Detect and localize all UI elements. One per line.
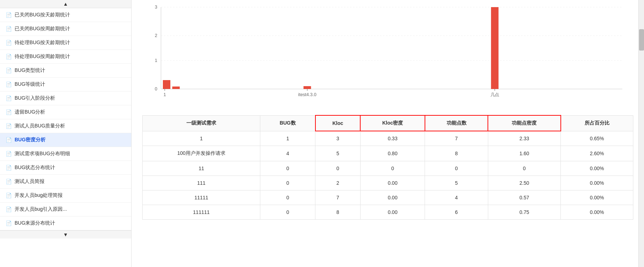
table-cell-func-points: 8: [425, 146, 488, 161]
sidebar-item-dev-bug-intro[interactable]: 📄开发人员bug引入原因...: [0, 203, 131, 216]
svg-rect-17: [303, 86, 311, 89]
doc-icon: 📄: [6, 95, 12, 101]
sidebar-scroll-down[interactable]: ▼: [0, 230, 131, 239]
table-cell-bug-count: 4: [260, 146, 315, 161]
table-cell-bug-count: 0: [260, 176, 315, 190]
sidebar-item-test-req-bug-detail[interactable]: 📄测试需求项BUG分布明细: [0, 147, 131, 161]
doc-icon: 📄: [6, 12, 12, 18]
sidebar-item-label: 已关闭BUG按天龄期统计: [15, 12, 70, 18]
bug-density-chart: 3 2 1 0 1 itest4.3.0 几点: [142, 4, 630, 103]
doc-icon: 📄: [6, 179, 12, 184]
svg-text:1: 1: [164, 92, 166, 97]
table-cell-kloc: 0: [315, 161, 361, 176]
th-func-density: 功能点密度: [488, 115, 561, 131]
sidebar-item-residual-bug[interactable]: 📄遗留BUG分析: [0, 105, 131, 119]
sidebar-item-bug-status-stats[interactable]: 📄BUG状态分布统计: [0, 161, 131, 175]
table-cell-req: 11111: [143, 190, 260, 205]
sidebar-item-label: 待处理BUG按周龄期统计: [15, 53, 70, 60]
table-cell-func-points: 4: [425, 190, 488, 205]
sidebar-items-list: 📄已关闭BUG按天龄期统计📄已关闭BUG按周龄期统计📄待处理BUG按天龄期统计📄…: [0, 8, 131, 230]
table-cell-func-density: 2.50: [488, 176, 561, 190]
th-req: 一级测试需求: [143, 115, 260, 131]
table-cell-func-points: 5: [425, 176, 488, 190]
table-row: 11111070.0040.570.00%: [143, 190, 633, 205]
doc-icon: 📄: [6, 220, 12, 226]
sidebar-item-pending-bug-by-week[interactable]: 📄待处理BUG按周龄期统计: [0, 50, 131, 64]
th-kloc-density: Kloc密度: [360, 115, 425, 131]
table-cell-req: 1: [143, 131, 260, 146]
sidebar-item-tester-brief[interactable]: 📄测试人员简报: [0, 175, 131, 189]
sidebar-item-label: BUG引入阶段分析: [15, 95, 55, 101]
sidebar-item-label: BUG等级统计: [15, 81, 45, 88]
sidebar-item-label: BUG状态分布统计: [15, 164, 55, 171]
table-cell-func-points: 0: [425, 161, 488, 176]
table-row: 11000000.00%: [143, 161, 633, 176]
table-cell-func-points: 7: [425, 131, 488, 146]
table-cell-func-density: 1.60: [488, 146, 561, 161]
sidebar-item-label: 开发人员bug处理简报: [15, 192, 63, 199]
doc-icon: 📄: [6, 109, 12, 115]
doc-icon: 📄: [6, 68, 12, 73]
table-cell-kloc: 2: [315, 176, 361, 190]
th-bug-count: BUG数: [260, 115, 315, 131]
right-scrollbar[interactable]: [638, 0, 644, 267]
table-cell-func-density: 0: [488, 161, 561, 176]
table-body: 1130.3372.330.65%100用户并发操作请求450.8081.602…: [143, 131, 633, 220]
doc-icon: 📄: [6, 82, 12, 87]
table-row: 100用户并发操作请求450.8081.602.60%: [143, 146, 633, 161]
sidebar-item-bug-intro-phase[interactable]: 📄BUG引入阶段分析: [0, 91, 131, 105]
table-cell-bug-count: 0: [260, 161, 315, 176]
sidebar-item-label: 已关闭BUG按周龄期统计: [15, 26, 70, 32]
table-cell-func-density: 2.33: [488, 131, 561, 146]
table-cell-percent: 0.00%: [561, 190, 633, 205]
sidebar: ▲ 📄已关闭BUG按天龄期统计📄已关闭BUG按周龄期统计📄待处理BUG按天龄期统…: [0, 0, 132, 267]
sidebar-item-pending-bug-by-age[interactable]: 📄待处理BUG按天龄期统计: [0, 36, 131, 50]
sidebar-item-tester-bug-quality[interactable]: 📄测试人员BUG质量分析: [0, 119, 131, 133]
svg-text:itest4.3.0: itest4.3.0: [298, 92, 316, 97]
sidebar-scroll-up[interactable]: ▲: [0, 0, 131, 8]
sidebar-item-label: 测试人员BUG质量分析: [15, 123, 65, 129]
sidebar-item-bug-level-stats[interactable]: 📄BUG等级统计: [0, 78, 131, 91]
svg-text:0: 0: [155, 87, 157, 91]
table-row: 111020.0052.500.00%: [143, 176, 633, 190]
table-cell-req: 100用户并发操作请求: [143, 146, 260, 161]
right-scrollbar-thumb[interactable]: [639, 29, 644, 51]
table-row: 1130.3372.330.65%: [143, 131, 633, 146]
svg-text:几点: 几点: [490, 92, 499, 97]
sidebar-item-closed-bug-by-week[interactable]: 📄已关闭BUG按周龄期统计: [0, 22, 131, 36]
bug-density-table: 一级测试需求BUG数KlocKloc密度功能点数功能点密度所占百分比 1130.…: [142, 115, 633, 220]
table-cell-kloc-density: 0: [360, 161, 425, 176]
th-kloc: Kloc: [315, 115, 361, 131]
th-percent: 所占百分比: [561, 115, 633, 131]
sidebar-item-closed-bug-by-age[interactable]: 📄已关闭BUG按天龄期统计: [0, 8, 131, 22]
svg-text:1: 1: [155, 58, 157, 63]
main-content: 3 2 1 0 1 itest4.3.0 几点: [132, 0, 644, 267]
table-row: 111111080.0060.750.00%: [143, 205, 633, 220]
table-cell-kloc-density: 0.80: [360, 146, 425, 161]
doc-icon: 📄: [6, 40, 12, 46]
table-header-row: 一级测试需求BUG数KlocKloc密度功能点数功能点密度所占百分比: [143, 115, 633, 131]
sidebar-item-label: 开发人员bug引入原因...: [15, 206, 67, 213]
sidebar-item-bug-type-stats[interactable]: 📄BUG类型统计: [0, 64, 131, 78]
table-cell-kloc: 5: [315, 146, 361, 161]
sidebar-item-label: BUG密度分析: [15, 137, 46, 143]
table-cell-percent: 0.00%: [561, 176, 633, 190]
table-cell-kloc: 3: [315, 131, 361, 146]
svg-rect-15: [163, 80, 170, 89]
doc-icon: 📄: [6, 193, 12, 198]
doc-icon: 📄: [6, 151, 12, 157]
table-cell-req: 111111: [143, 205, 260, 220]
sidebar-item-dev-bug-brief[interactable]: 📄开发人员bug处理简报: [0, 189, 131, 203]
table-cell-req: 11: [143, 161, 260, 176]
doc-icon: 📄: [6, 26, 12, 32]
table-cell-bug-count: 0: [260, 190, 315, 205]
sidebar-item-bug-source-stats[interactable]: 📄BUG来源分布统计: [0, 216, 131, 230]
sidebar-item-bug-density[interactable]: 📄BUG密度分析: [0, 133, 131, 147]
table-cell-func-density: 0.75: [488, 205, 561, 220]
sidebar-item-label: 测试需求项BUG分布明细: [15, 151, 70, 157]
doc-icon: 📄: [6, 123, 12, 129]
table-cell-kloc-density: 0.00: [360, 176, 425, 190]
table-cell-percent: 2.60%: [561, 146, 633, 161]
table-cell-percent: 0.00%: [561, 205, 633, 220]
sidebar-item-label: BUG来源分布统计: [15, 220, 55, 226]
